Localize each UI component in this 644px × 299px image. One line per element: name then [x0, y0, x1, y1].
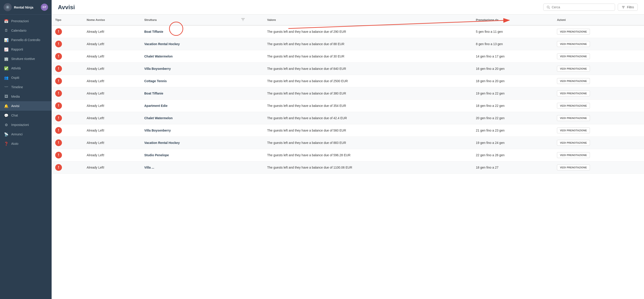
empty-cell — [237, 75, 264, 87]
sidebar-item-strutture[interactable]: 🏢 Strutture ricettive — [0, 54, 52, 64]
table-row: ! Already Left! Studio Penelope The gues… — [52, 149, 644, 162]
azione-cell: VEDI PRENOTAZIONE — [553, 63, 644, 75]
valore-cell: The guests left and they have a balance … — [264, 50, 472, 63]
nome-cell: Already Left! — [83, 149, 141, 162]
sidebar-item-media[interactable]: 🖼 Media — [0, 92, 52, 101]
tipo-cell: ! — [52, 87, 83, 100]
empty-cell — [237, 137, 264, 149]
valore-cell: The guests left and they have a balance … — [264, 38, 472, 50]
error-icon: ! — [55, 41, 62, 47]
sidebar-item-prenotazioni[interactable]: 📅 Prenotazioni — [0, 16, 52, 26]
error-icon: ! — [55, 78, 62, 84]
nome-cell: Already Left! — [83, 25, 141, 38]
page-title: Avvisi — [58, 4, 75, 11]
table-row: ! Already Left! Villa Boysenberry The gu… — [52, 124, 644, 137]
sidebar-label-media: Media — [11, 95, 20, 98]
struttura-cell: Studio Penelope — [141, 149, 237, 162]
prenotazione-cell: 14 gen fino a 17 gen — [472, 50, 553, 63]
struttura-cell: Cottage Tennis — [141, 75, 237, 87]
nome-cell: Already Left! — [83, 63, 141, 75]
sidebar-label-pannello: Pannello di Controllo — [11, 38, 40, 42]
prenotazione-cell: 18 gen fino a 22 gen — [472, 100, 553, 112]
azione-cell: VEDI PRENOTAZIONE — [553, 112, 644, 124]
user-avatar[interactable]: GT — [41, 4, 48, 11]
nome-cell: Already Left! — [83, 162, 141, 174]
view-booking-button[interactable]: VEDI PRENOTAZIONE — [557, 164, 590, 170]
view-booking-button[interactable]: VEDI PRENOTAZIONE — [557, 103, 590, 109]
header-actions: Filtro — [543, 4, 638, 11]
sidebar-label-avvisi: Avvisi — [11, 104, 19, 108]
column-filter-icon[interactable] — [241, 17, 245, 22]
sidebar-label-prenotazioni: Prenotazioni — [11, 19, 29, 23]
prenotazione-cell: 16 gen fino a 20 gen — [472, 63, 553, 75]
error-icon: ! — [55, 115, 62, 122]
view-booking-button[interactable]: VEDI PRENOTAZIONE — [557, 41, 590, 47]
table-header: Tipo Nome Avviso Struttura Valore Prenot… — [52, 14, 644, 25]
view-booking-button[interactable]: VEDI PRENOTAZIONE — [557, 128, 590, 133]
nome-cell: Already Left! — [83, 87, 141, 100]
svg-line-3 — [549, 8, 550, 9]
view-booking-button[interactable]: VEDI PRENOTAZIONE — [557, 115, 590, 121]
azione-cell: VEDI PRENOTAZIONE — [553, 38, 644, 50]
filter-icon — [622, 6, 625, 9]
sidebar-item-ospiti[interactable]: 👥 Ospiti — [0, 73, 52, 82]
sidebar-label-ospiti: Ospiti — [11, 76, 19, 80]
sidebar-header: Rental Ninja GT — [0, 0, 52, 14]
view-booking-button[interactable]: VEDI PRENOTAZIONE — [557, 54, 590, 59]
view-booking-button[interactable]: VEDI PRENOTAZIONE — [557, 90, 590, 96]
valore-cell: The guests left and they have a balance … — [264, 137, 472, 149]
error-icon: ! — [55, 140, 62, 146]
sidebar-item-chat[interactable]: 💬 Chat — [0, 111, 52, 120]
sidebar-item-avvisi[interactable]: 🔔 Avvisi — [0, 101, 52, 111]
prenotazione-cell: 19 gen fino a 22 gen — [472, 87, 553, 100]
sidebar-item-annunci[interactable]: 📡 Annunci — [0, 130, 52, 139]
view-booking-button[interactable]: VEDI PRENOTAZIONE — [557, 66, 590, 72]
empty-cell — [237, 63, 264, 75]
filter-button[interactable]: Filtro — [618, 4, 638, 11]
sidebar-label-aiuto: Aiuto — [11, 142, 18, 146]
azione-cell: VEDI PRENOTAZIONE — [553, 100, 644, 112]
nome-cell: Already Left! — [83, 137, 141, 149]
prenotazione-cell: 18 gen fino a 27 — [472, 162, 553, 174]
azione-cell: VEDI PRENOTAZIONE — [553, 149, 644, 162]
sidebar-item-impostazioni[interactable]: ⚙ Impostazioni — [0, 120, 52, 130]
error-icon: ! — [55, 152, 62, 158]
tipo-cell: ! — [52, 124, 83, 137]
sidebar-item-attivita[interactable]: ✅ Attività — [0, 64, 52, 73]
search-input[interactable] — [552, 6, 612, 9]
sidebar-item-timeline[interactable]: 〰 Timeline — [0, 82, 52, 92]
col-azioni: Azioni — [553, 14, 644, 25]
empty-cell — [237, 87, 264, 100]
sidebar-item-rapporti[interactable]: 📈 Rapporti — [0, 45, 52, 54]
table-row: ! Already Left! Apartment Edie The guest… — [52, 100, 644, 112]
search-icon — [546, 6, 550, 9]
tipo-cell: ! — [52, 25, 83, 38]
sidebar-item-aiuto[interactable]: ❓ Aiuto — [0, 139, 52, 148]
avvisi-icon: 🔔 — [4, 104, 8, 108]
view-booking-button[interactable]: VEDI PRENOTAZIONE — [557, 152, 590, 158]
empty-cell — [237, 162, 264, 174]
table-row: ! Already Left! Chalet Watermelon The gu… — [52, 50, 644, 63]
struttura-cell: Boat Tiffanie — [141, 87, 237, 100]
col-prenotazione: Prenotazione da — [472, 14, 553, 25]
tipo-cell: ! — [52, 137, 83, 149]
col-valore: Valore — [264, 14, 472, 25]
tipo-cell: ! — [52, 162, 83, 174]
sidebar-item-pannello[interactable]: 📊 Pannello di Controllo — [0, 35, 52, 45]
empty-cell — [237, 38, 264, 50]
sidebar-label-impostazioni: Impostazioni — [11, 123, 29, 126]
prenotazione-cell: 18 gen fino a 20 gen — [472, 75, 553, 87]
nome-cell: Already Left! — [83, 50, 141, 63]
error-icon: ! — [55, 102, 62, 109]
sidebar-item-calendario[interactable]: 🗓 Calendario — [0, 26, 52, 35]
view-booking-button[interactable]: VEDI PRENOTAZIONE — [557, 140, 590, 146]
view-booking-button[interactable]: VEDI PRENOTAZIONE — [557, 78, 590, 84]
sidebar-label-annunci: Annunci — [11, 132, 23, 136]
empty-cell — [237, 100, 264, 112]
prenotazione-cell: 21 gen fino a 23 gen — [472, 124, 553, 137]
strutture-icon: 🏢 — [4, 56, 8, 61]
view-booking-button[interactable]: VEDI PRENOTAZIONE — [557, 29, 590, 34]
empty-cell — [237, 112, 264, 124]
valore-cell: The guests left and they have a balance … — [264, 75, 472, 87]
tipo-cell: ! — [52, 50, 83, 63]
